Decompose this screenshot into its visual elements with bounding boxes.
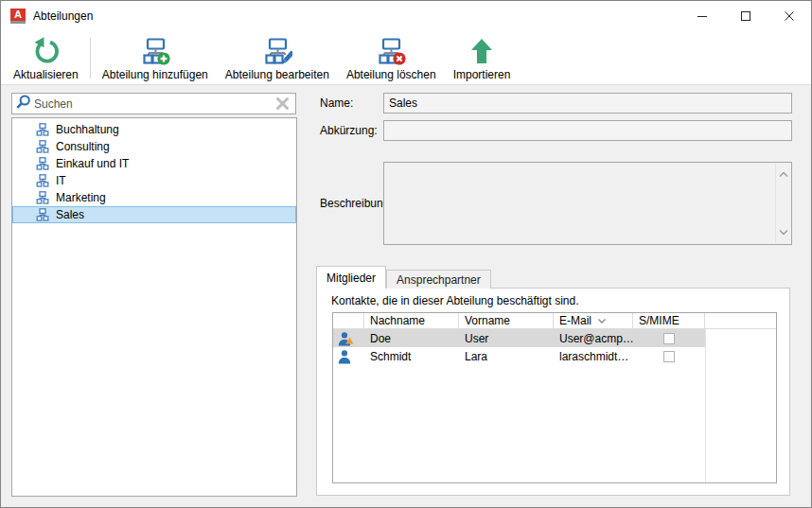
detail-tabs: Mitglieder Ansprechpartner <box>316 266 491 289</box>
cell-email: User@acmp… <box>554 329 633 347</box>
column-header-email[interactable]: E-Mail <box>554 313 633 328</box>
scroll-up-icon[interactable] <box>778 167 789 181</box>
cell-nachname: Schmidt <box>364 347 459 365</box>
department-icon <box>36 140 49 153</box>
contact-icon <box>337 349 352 364</box>
table-row[interactable]: Doe User User@acmp… <box>333 329 776 347</box>
name-label: Name: <box>320 96 353 110</box>
department-icon <box>36 208 49 221</box>
members-caption: Kontakte, die in dieser Abteilung beschä… <box>331 294 579 307</box>
department-icon <box>36 123 49 136</box>
smime-checkbox[interactable] <box>663 333 675 344</box>
description-scrollbar[interactable] <box>775 164 790 243</box>
scroll-down-icon[interactable] <box>778 226 789 239</box>
close-button[interactable] <box>768 1 811 31</box>
column-header-smime[interactable]: S/MIME <box>633 313 705 328</box>
abbreviation-label: Abkürzung: <box>320 124 378 137</box>
department-item-einkauf-und-it[interactable]: Einkauf und IT <box>12 155 296 172</box>
toolbar: Aktualisieren Abteilung hinzufügen <box>1 31 811 85</box>
delete-department-button[interactable]: Abteilung löschen <box>338 33 445 84</box>
search-icon <box>15 94 32 114</box>
table-header: Nachname Vorname E-Mail S/MIME <box>333 313 776 329</box>
sort-descending-icon <box>597 318 607 324</box>
cell-vorname: User <box>459 329 554 347</box>
tab-ansprechpartner[interactable]: Ansprechpartner <box>386 270 491 289</box>
column-header-nachname[interactable]: Nachname <box>364 313 459 328</box>
department-icon <box>36 191 49 204</box>
maximize-button[interactable] <box>724 1 768 31</box>
table-row[interactable]: Schmidt Lara laraschmidt… <box>333 347 776 365</box>
description-label: Beschreibung <box>320 197 389 210</box>
departments-window: A Abteilungen Aktualisieren <box>0 0 812 508</box>
department-edit-icon <box>262 35 292 67</box>
department-delete-icon <box>376 35 406 67</box>
department-item-sales[interactable]: Sales <box>12 206 296 223</box>
refresh-button[interactable]: Aktualisieren <box>5 33 87 84</box>
search-input[interactable] <box>32 97 275 111</box>
import-icon <box>467 35 497 67</box>
column-header-icon[interactable] <box>333 313 364 328</box>
minimize-button[interactable] <box>680 1 724 31</box>
toolbar-separator <box>90 38 91 79</box>
department-item-consulting[interactable]: Consulting <box>12 138 296 155</box>
window-title: Abteilungen <box>33 9 93 23</box>
cell-email: laraschmidt… <box>554 347 633 365</box>
tab-mitglieder[interactable]: Mitglieder <box>316 266 386 289</box>
name-field[interactable] <box>383 93 792 114</box>
title-bar: A Abteilungen <box>1 1 811 31</box>
import-button[interactable]: Importieren <box>445 33 520 84</box>
cell-nachname: Doe <box>364 329 459 347</box>
cell-vorname: Lara <box>459 347 554 365</box>
department-item-marketing[interactable]: Marketing <box>12 189 296 206</box>
members-table: Nachname Vorname E-Mail S/MIME Doe User … <box>332 312 777 483</box>
window-controls <box>680 1 811 31</box>
department-item-it[interactable]: IT <box>12 172 296 189</box>
search-box <box>11 93 296 114</box>
refresh-icon <box>30 35 61 67</box>
column-header-filler <box>705 313 776 328</box>
column-header-vorname[interactable]: Vorname <box>459 313 554 328</box>
maximize-icon <box>741 11 750 21</box>
smime-checkbox[interactable] <box>663 351 675 362</box>
abbreviation-field[interactable] <box>383 120 792 141</box>
department-item-buchhaltung[interactable]: Buchhaltung <box>12 121 296 138</box>
edit-department-button[interactable]: Abteilung bearbeiten <box>217 33 338 84</box>
department-icon <box>36 174 49 187</box>
contact-warning-icon <box>337 331 352 346</box>
add-department-button[interactable]: Abteilung hinzufügen <box>94 33 217 84</box>
department-add-icon <box>140 35 170 67</box>
department-list: Buchhaltung Consulting Einkauf und IT IT… <box>11 117 297 497</box>
search-clear-icon[interactable] <box>275 96 290 111</box>
app-logo-icon: A <box>10 9 26 24</box>
department-icon <box>36 157 49 170</box>
minimize-icon <box>697 11 707 21</box>
close-icon <box>785 11 794 21</box>
description-field[interactable] <box>383 162 792 245</box>
